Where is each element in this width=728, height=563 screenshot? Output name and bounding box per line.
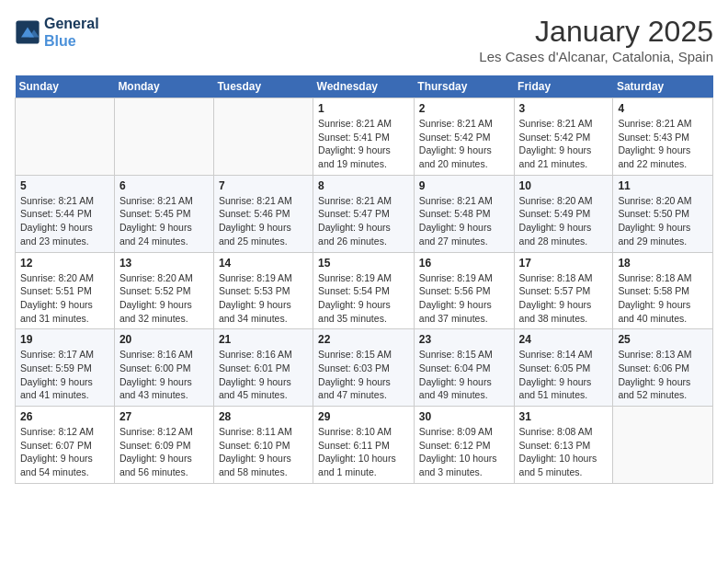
day-info: Sunrise: 8:18 AM Sunset: 5:57 PM Dayligh… xyxy=(519,271,609,326)
day-number: 4 xyxy=(618,102,708,115)
logo: General Blue xyxy=(15,15,99,50)
logo-line1: General xyxy=(44,15,99,32)
day-info: Sunrise: 8:21 AM Sunset: 5:42 PM Dayligh… xyxy=(419,117,509,171)
calendar-cell: 10Sunrise: 8:20 AM Sunset: 5:49 PM Dayli… xyxy=(514,175,613,252)
day-info: Sunrise: 8:19 AM Sunset: 5:54 PM Dayligh… xyxy=(318,271,409,326)
day-number: 12 xyxy=(20,257,109,270)
calendar-cell: 26Sunrise: 8:12 AM Sunset: 6:07 PM Dayli… xyxy=(16,407,115,484)
calendar-cell: 4Sunrise: 8:21 AM Sunset: 5:43 PM Daylig… xyxy=(613,98,713,176)
day-number: 26 xyxy=(20,410,109,423)
calendar-body: 1Sunrise: 8:21 AM Sunset: 5:41 PM Daylig… xyxy=(16,98,713,484)
day-number: 22 xyxy=(318,333,409,346)
calendar-cell: 24Sunrise: 8:14 AM Sunset: 6:05 PM Dayli… xyxy=(514,329,613,407)
day-info: Sunrise: 8:08 AM Sunset: 6:13 PM Dayligh… xyxy=(519,425,609,479)
calendar-cell: 7Sunrise: 8:21 AM Sunset: 5:46 PM Daylig… xyxy=(213,175,313,252)
calendar-cell: 29Sunrise: 8:10 AM Sunset: 6:11 PM Dayli… xyxy=(313,407,415,484)
day-info: Sunrise: 8:12 AM Sunset: 6:07 PM Dayligh… xyxy=(20,425,109,479)
calendar-cell: 5Sunrise: 8:21 AM Sunset: 5:44 PM Daylig… xyxy=(16,175,115,252)
calendar-cell: 27Sunrise: 8:12 AM Sunset: 6:09 PM Dayli… xyxy=(114,407,213,484)
day-number: 1 xyxy=(318,102,409,115)
calendar-cell: 31Sunrise: 8:08 AM Sunset: 6:13 PM Dayli… xyxy=(514,407,613,484)
day-info: Sunrise: 8:20 AM Sunset: 5:49 PM Dayligh… xyxy=(519,194,609,248)
day-number: 16 xyxy=(419,257,509,270)
calendar-cell: 9Sunrise: 8:21 AM Sunset: 5:48 PM Daylig… xyxy=(414,175,514,252)
calendar-subtitle: Les Cases d'Alcanar, Catalonia, Spain xyxy=(479,49,713,64)
calendar-cell: 2Sunrise: 8:21 AM Sunset: 5:42 PM Daylig… xyxy=(414,98,514,176)
day-number: 8 xyxy=(318,179,409,192)
day-info: Sunrise: 8:19 AM Sunset: 5:56 PM Dayligh… xyxy=(419,271,509,326)
day-info: Sunrise: 8:14 AM Sunset: 6:05 PM Dayligh… xyxy=(519,348,609,402)
calendar-cell xyxy=(16,98,115,176)
day-number: 3 xyxy=(519,102,609,115)
calendar-cell: 22Sunrise: 8:15 AM Sunset: 6:03 PM Dayli… xyxy=(313,329,415,407)
day-number: 19 xyxy=(20,333,109,346)
calendar-cell: 28Sunrise: 8:11 AM Sunset: 6:10 PM Dayli… xyxy=(213,407,313,484)
weekday-sunday: Sunday xyxy=(16,75,115,98)
weekday-thursday: Thursday xyxy=(414,75,514,98)
calendar-cell: 16Sunrise: 8:19 AM Sunset: 5:56 PM Dayli… xyxy=(414,252,514,329)
day-number: 15 xyxy=(318,257,409,270)
calendar-cell: 17Sunrise: 8:18 AM Sunset: 5:57 PM Dayli… xyxy=(514,252,613,329)
calendar-cell: 8Sunrise: 8:21 AM Sunset: 5:47 PM Daylig… xyxy=(313,175,415,252)
calendar-cell: 23Sunrise: 8:15 AM Sunset: 6:04 PM Dayli… xyxy=(414,329,514,407)
calendar-cell: 6Sunrise: 8:21 AM Sunset: 5:45 PM Daylig… xyxy=(114,175,213,252)
logo-line2: Blue xyxy=(44,32,99,50)
day-number: 20 xyxy=(119,333,209,346)
day-number: 10 xyxy=(519,179,609,192)
logo-icon xyxy=(15,19,40,45)
day-info: Sunrise: 8:12 AM Sunset: 6:09 PM Dayligh… xyxy=(119,425,209,479)
weekday-monday: Monday xyxy=(114,75,213,98)
calendar-cell xyxy=(613,407,713,484)
calendar-cell: 19Sunrise: 8:17 AM Sunset: 5:59 PM Dayli… xyxy=(16,329,115,407)
day-number: 31 xyxy=(519,410,609,423)
day-info: Sunrise: 8:19 AM Sunset: 5:53 PM Dayligh… xyxy=(219,271,308,326)
calendar-week-2: 5Sunrise: 8:21 AM Sunset: 5:44 PM Daylig… xyxy=(16,175,713,252)
calendar-cell xyxy=(213,98,313,176)
calendar-week-1: 1Sunrise: 8:21 AM Sunset: 5:41 PM Daylig… xyxy=(16,98,713,176)
day-info: Sunrise: 8:10 AM Sunset: 6:11 PM Dayligh… xyxy=(318,425,409,479)
day-info: Sunrise: 8:21 AM Sunset: 5:46 PM Dayligh… xyxy=(219,194,308,248)
calendar-cell: 14Sunrise: 8:19 AM Sunset: 5:53 PM Dayli… xyxy=(213,252,313,329)
day-info: Sunrise: 8:16 AM Sunset: 6:00 PM Dayligh… xyxy=(119,348,209,402)
day-number: 21 xyxy=(219,333,308,346)
calendar-cell: 18Sunrise: 8:18 AM Sunset: 5:58 PM Dayli… xyxy=(613,252,713,329)
day-info: Sunrise: 8:20 AM Sunset: 5:52 PM Dayligh… xyxy=(119,271,209,326)
logo-text: General Blue xyxy=(44,15,99,50)
calendar-cell: 21Sunrise: 8:16 AM Sunset: 6:01 PM Dayli… xyxy=(213,329,313,407)
day-number: 14 xyxy=(219,257,308,270)
title-area: January 2025 Les Cases d'Alcanar, Catalo… xyxy=(479,15,713,64)
calendar-week-3: 12Sunrise: 8:20 AM Sunset: 5:51 PM Dayli… xyxy=(16,252,713,329)
day-info: Sunrise: 8:20 AM Sunset: 5:50 PM Dayligh… xyxy=(618,194,708,248)
day-info: Sunrise: 8:21 AM Sunset: 5:41 PM Dayligh… xyxy=(318,117,409,171)
day-info: Sunrise: 8:21 AM Sunset: 5:44 PM Dayligh… xyxy=(20,194,109,248)
calendar-cell: 12Sunrise: 8:20 AM Sunset: 5:51 PM Dayli… xyxy=(16,252,115,329)
day-number: 29 xyxy=(318,410,409,423)
calendar-cell: 25Sunrise: 8:13 AM Sunset: 6:06 PM Dayli… xyxy=(613,329,713,407)
day-number: 30 xyxy=(419,410,509,423)
day-number: 7 xyxy=(219,179,308,192)
weekday-friday: Friday xyxy=(514,75,613,98)
day-info: Sunrise: 8:09 AM Sunset: 6:12 PM Dayligh… xyxy=(419,425,509,479)
day-number: 6 xyxy=(119,179,209,192)
calendar-cell: 11Sunrise: 8:20 AM Sunset: 5:50 PM Dayli… xyxy=(613,175,713,252)
calendar-cell: 30Sunrise: 8:09 AM Sunset: 6:12 PM Dayli… xyxy=(414,407,514,484)
day-number: 17 xyxy=(519,257,609,270)
calendar-cell xyxy=(114,98,213,176)
day-info: Sunrise: 8:13 AM Sunset: 6:06 PM Dayligh… xyxy=(618,348,708,402)
day-number: 13 xyxy=(119,257,209,270)
day-number: 5 xyxy=(20,179,109,192)
calendar-week-5: 26Sunrise: 8:12 AM Sunset: 6:07 PM Dayli… xyxy=(16,407,713,484)
calendar-cell: 13Sunrise: 8:20 AM Sunset: 5:52 PM Dayli… xyxy=(114,252,213,329)
weekday-header-row: SundayMondayTuesdayWednesdayThursdayFrid… xyxy=(16,75,713,98)
day-number: 23 xyxy=(419,333,509,346)
weekday-saturday: Saturday xyxy=(613,75,713,98)
weekday-tuesday: Tuesday xyxy=(213,75,313,98)
calendar-cell: 20Sunrise: 8:16 AM Sunset: 6:00 PM Dayli… xyxy=(114,329,213,407)
day-info: Sunrise: 8:21 AM Sunset: 5:45 PM Dayligh… xyxy=(119,194,209,248)
day-info: Sunrise: 8:21 AM Sunset: 5:47 PM Dayligh… xyxy=(318,194,409,248)
day-number: 2 xyxy=(419,102,509,115)
calendar-cell: 3Sunrise: 8:21 AM Sunset: 5:42 PM Daylig… xyxy=(514,98,613,176)
day-info: Sunrise: 8:16 AM Sunset: 6:01 PM Dayligh… xyxy=(219,348,308,402)
day-info: Sunrise: 8:11 AM Sunset: 6:10 PM Dayligh… xyxy=(219,425,308,479)
calendar-week-4: 19Sunrise: 8:17 AM Sunset: 5:59 PM Dayli… xyxy=(16,329,713,407)
